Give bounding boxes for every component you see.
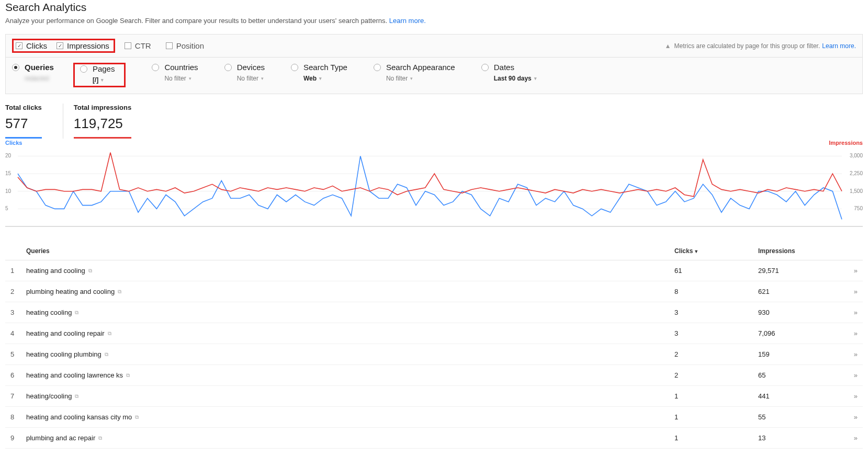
cell-impressions: 621 [753, 281, 837, 302]
total-value: 577 [5, 116, 42, 132]
table-row[interactable]: 8heating and cooling kansas city mo⧉155» [5, 407, 863, 428]
expand-row-button[interactable]: » [837, 302, 863, 323]
external-link-icon[interactable]: ⧉ [75, 310, 78, 316]
subtitle-text: Analyze your performance on Google Searc… [5, 17, 389, 25]
metrics-note: ▲ Metrics are calculated by page for thi… [665, 42, 856, 50]
table-row[interactable]: 5heating cooling plumbing⧉2159» [5, 344, 863, 365]
filter-panel: Clicks Impressions CTR Position ▲ Metric… [5, 34, 863, 94]
svg-text:15: 15 [5, 170, 12, 176]
external-link-icon[interactable]: ⧉ [108, 330, 111, 337]
radio-icon [481, 64, 489, 71]
chevron-down-icon: ▾ [189, 76, 191, 81]
checkbox-label: Clicks [26, 41, 47, 50]
row-index: 2 [5, 281, 21, 302]
table-row[interactable]: 9plumbing and ac repair⧉113» [5, 428, 863, 449]
dimension-label: Search Appearance [386, 63, 455, 72]
table-row[interactable]: 6heating and cooling lawrence ks⧉265» [5, 365, 863, 386]
chevron-down-icon: ▾ [261, 76, 264, 81]
line-chart: 203,000152,250101,5005750 [5, 142, 863, 231]
dimension-dates[interactable]: Dates Last 90 days▾ [481, 63, 537, 87]
cell-impressions: 441 [753, 386, 837, 407]
header-queries[interactable]: Queries [21, 242, 669, 260]
cell-query: heating and cooling lawrence ks⧉ [21, 365, 669, 386]
dimension-search-type[interactable]: Search Type Web▾ [291, 63, 347, 87]
cell-clicks: 1 [669, 386, 753, 407]
checkbox-ctr[interactable]: CTR [125, 41, 151, 50]
dimension-sub[interactable]: Web▾ [303, 75, 347, 82]
external-link-icon[interactable]: ⧉ [105, 351, 108, 358]
page-title: Search Analytics [5, 1, 863, 14]
total-label: Total impressions [74, 104, 131, 111]
svg-text:20: 20 [5, 153, 12, 158]
cell-query: heating and cooling⧉ [21, 260, 669, 281]
dimension-sub[interactable]: No filter▾ [237, 75, 265, 82]
metrics-note-link[interactable]: Learn more. [822, 42, 856, 50]
table-row[interactable]: 2plumbing heating and cooling⧉8621» [5, 281, 863, 302]
table-row[interactable]: 7heating/cooling⧉1441» [5, 386, 863, 407]
checkbox-label: Impressions [67, 41, 109, 50]
dimension-sub[interactable]: Last 90 days▾ [494, 75, 537, 82]
table-row[interactable]: 3heating cooling⧉3930» [5, 302, 863, 323]
external-link-icon[interactable]: ⧉ [126, 372, 130, 379]
dimension-countries[interactable]: Countries No filter▾ [152, 63, 198, 87]
dimensions-row: Queries redacted Pages [/]▾ Countries [6, 58, 862, 94]
dimension-search-appearance[interactable]: Search Appearance No filter▾ [374, 63, 455, 87]
cell-clicks: 2 [669, 365, 753, 386]
cell-impressions: 7,096 [753, 323, 837, 344]
cell-query: heating cooling plumbing⧉ [21, 344, 669, 365]
dimension-pages[interactable]: Pages [/]▾ [80, 64, 115, 84]
dimension-label: Queries [25, 63, 54, 72]
queries-table: Queries Clicks▼ Impressions 1heating and… [5, 242, 863, 449]
expand-row-button[interactable]: » [837, 428, 863, 449]
expand-row-button[interactable]: » [837, 281, 863, 302]
metrics-row: Clicks Impressions CTR Position ▲ Metric… [6, 35, 862, 58]
chart-container: Clicks Impressions 203,000152,250101,500… [5, 142, 863, 231]
accent-bar [74, 137, 131, 139]
dimension-label: Pages [93, 64, 115, 73]
warning-icon: ▲ [665, 42, 671, 50]
cell-impressions: 29,571 [753, 260, 837, 281]
dimension-sub[interactable]: [/]▾ [93, 76, 115, 84]
dimension-sub[interactable]: No filter▾ [386, 75, 455, 82]
external-link-icon[interactable]: ⧉ [88, 268, 92, 274]
expand-row-button[interactable]: » [837, 386, 863, 407]
dimension-queries[interactable]: Queries redacted [12, 63, 54, 87]
totals-row: Total clicks 577 Total impressions 119,7… [5, 104, 863, 139]
total-label: Total clicks [5, 104, 42, 111]
cell-clicks: 1 [669, 428, 753, 449]
checkbox-clicks[interactable]: Clicks [16, 41, 47, 50]
external-link-icon[interactable]: ⧉ [98, 435, 102, 441]
radio-icon [80, 65, 87, 73]
row-index: 3 [5, 302, 21, 323]
expand-row-button[interactable]: » [837, 323, 863, 344]
dimension-label: Devices [237, 63, 265, 72]
checkbox-icon [125, 42, 131, 49]
header-impressions[interactable]: Impressions [753, 242, 837, 260]
external-link-icon[interactable]: ⧉ [135, 414, 139, 420]
header-clicks[interactable]: Clicks▼ [669, 242, 753, 260]
row-index: 5 [5, 344, 21, 365]
expand-row-button[interactable]: » [837, 407, 863, 428]
expand-row-button[interactable]: » [837, 260, 863, 281]
highlight-pages: Pages [/]▾ [73, 63, 126, 87]
radio-icon [152, 64, 159, 71]
cell-impressions: 159 [753, 344, 837, 365]
external-link-icon[interactable]: ⧉ [118, 289, 121, 295]
table-row[interactable]: 4heating and cooling repair⧉37,096» [5, 323, 863, 344]
table-row[interactable]: 1heating and cooling⧉6129,571» [5, 260, 863, 281]
chevron-down-icon: ▾ [410, 76, 413, 81]
external-link-icon[interactable]: ⧉ [75, 393, 78, 399]
expand-row-button[interactable]: » [837, 365, 863, 386]
checkbox-impressions[interactable]: Impressions [57, 41, 109, 50]
highlight-metrics: Clicks Impressions [12, 39, 115, 53]
dimension-devices[interactable]: Devices No filter▾ [224, 63, 265, 87]
checkbox-position[interactable]: Position [166, 41, 204, 50]
learn-more-link[interactable]: Learn more. [389, 17, 426, 25]
dimension-label: Search Type [303, 63, 347, 72]
dimension-sub[interactable]: No filter▾ [164, 75, 198, 82]
row-index: 1 [5, 260, 21, 281]
expand-row-button[interactable]: » [837, 344, 863, 365]
page-subtitle: Analyze your performance on Google Searc… [5, 17, 863, 25]
cell-query: plumbing and ac repair⧉ [21, 428, 669, 449]
accent-bar [5, 137, 42, 139]
